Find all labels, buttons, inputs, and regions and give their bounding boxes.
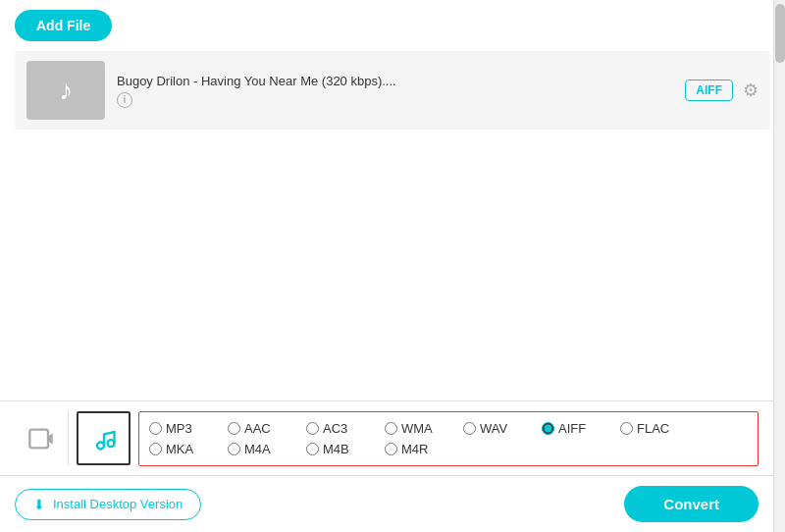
format-row-1: MP3 AAC AC3 WMA WAV [149, 418, 748, 439]
download-icon: ⬇ [33, 497, 45, 512]
format-row-2: MKA M4A M4B M4R [149, 439, 748, 459]
main-content [0, 130, 785, 395]
radio-flac[interactable] [620, 422, 633, 435]
radio-m4b[interactable] [306, 443, 319, 455]
scrollbar-thumb[interactable] [775, 4, 785, 63]
file-item: ♪ Bugoy Drilon - Having You Near Me (320… [15, 51, 770, 130]
install-desktop-button[interactable]: ⬇ Install Desktop Version [15, 489, 201, 520]
radio-wav[interactable] [463, 422, 476, 435]
file-actions: AIFF ⚙ [685, 80, 759, 101]
format-label-m4a: M4A [244, 442, 271, 456]
file-name: Bugoy Drilon - Having You Near Me (320 k… [117, 74, 673, 88]
header: Add File [0, 0, 785, 51]
file-thumbnail: ♪ [26, 61, 105, 120]
format-option-wma[interactable]: WMA [385, 418, 463, 439]
format-option-mka[interactable]: MKA [149, 439, 228, 459]
radio-aiff[interactable] [542, 422, 554, 435]
radio-m4r[interactable] [385, 443, 397, 455]
tab-audio[interactable] [77, 411, 131, 465]
format-option-aiff[interactable]: AIFF [542, 418, 620, 439]
format-label-wav: WAV [480, 421, 507, 436]
format-option-flac[interactable]: FLAC [620, 418, 699, 439]
format-label-ac3: AC3 [323, 421, 347, 436]
audio-icon [90, 425, 118, 452]
format-selector: MP3 AAC AC3 WMA WAV [0, 401, 773, 476]
install-label: Install Desktop Version [53, 497, 183, 511]
format-option-m4r[interactable]: M4R [385, 439, 463, 459]
convert-button[interactable]: Convert [624, 486, 759, 522]
file-list: ♪ Bugoy Drilon - Having You Near Me (320… [0, 51, 785, 130]
format-label-flac: FLAC [637, 421, 669, 436]
format-label-aac: AAC [244, 421, 271, 436]
bottom-panel: MP3 AAC AC3 WMA WAV [0, 400, 773, 532]
format-option-wav[interactable]: WAV [463, 418, 542, 439]
format-option-aac[interactable]: AAC [228, 418, 306, 439]
format-option-m4a[interactable]: M4A [228, 439, 306, 459]
radio-m4a[interactable] [228, 443, 240, 455]
format-label-aiff: AIFF [558, 421, 586, 436]
gear-icon[interactable]: ⚙ [743, 80, 759, 101]
add-file-button[interactable]: Add File [15, 10, 112, 41]
svg-rect-0 [29, 429, 48, 448]
video-icon [27, 425, 55, 452]
footer: ⬇ Install Desktop Version Convert [0, 476, 773, 532]
format-label-m4r: M4R [401, 442, 428, 456]
tab-video[interactable] [15, 411, 69, 465]
format-options: MP3 AAC AC3 WMA WAV [138, 411, 759, 466]
format-option-mp3[interactable]: MP3 [149, 418, 228, 439]
format-option-m4b[interactable]: M4B [306, 439, 385, 459]
format-label-mp3: MP3 [166, 421, 192, 436]
format-label-mka: MKA [166, 442, 193, 456]
info-icon[interactable]: i [117, 92, 132, 108]
music-note-icon: ♪ [59, 75, 73, 106]
radio-wma[interactable] [385, 422, 397, 435]
radio-mka[interactable] [149, 443, 162, 455]
file-info: Bugoy Drilon - Having You Near Me (320 k… [117, 74, 673, 108]
radio-ac3[interactable] [306, 422, 319, 435]
scrollbar[interactable] [773, 0, 785, 532]
radio-aac[interactable] [228, 422, 240, 435]
format-option-ac3[interactable]: AC3 [306, 418, 385, 439]
radio-mp3[interactable] [149, 422, 162, 435]
format-label-m4b: M4B [323, 442, 349, 456]
format-badge[interactable]: AIFF [685, 80, 733, 101]
format-label-wma: WMA [401, 421, 433, 436]
